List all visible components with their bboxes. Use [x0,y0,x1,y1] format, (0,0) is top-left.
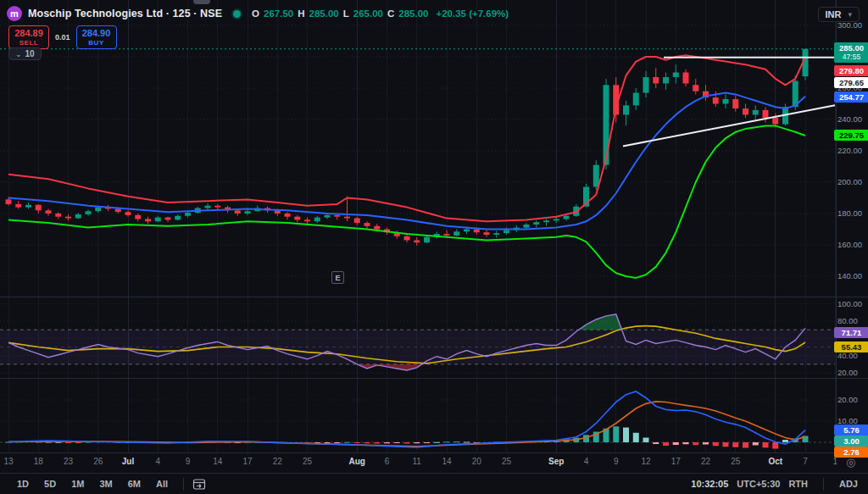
open-label: O [252,8,259,19]
timeline-label: Sep [543,457,569,466]
candle[interactable] [434,231,440,238]
candle[interactable] [294,215,300,222]
candle[interactable] [653,68,659,88]
candle[interactable] [753,105,759,119]
timeline-label: 12 [633,457,659,466]
axis-label: 20.00 [837,395,858,404]
candle[interactable] [55,212,61,219]
candle[interactable] [743,104,748,119]
chevron-down-icon: ▾ [848,10,852,19]
timeline-label: 4 [145,457,170,466]
candle[interactable] [65,214,71,220]
currency-dropdown[interactable]: INR ▾ [818,7,860,22]
adjust-toggle[interactable]: ADJ [839,479,858,489]
macd-histogram-bar [713,442,719,446]
candle[interactable] [145,217,151,224]
chart-canvas[interactable] [0,0,868,453]
legend-toggle-button[interactable]: ⌄ 10 [8,47,42,60]
buy-button[interactable]: 284.90 BUY [76,25,117,49]
candle[interactable] [723,94,729,108]
candle[interactable] [46,208,52,215]
candle[interactable] [493,230,499,237]
timeline-label: 22 [264,457,290,466]
candle[interactable] [453,230,459,236]
pane-collapse-handle[interactable] [193,0,210,4]
session-toggle[interactable]: RTH [788,479,808,489]
candle[interactable] [314,216,320,223]
candle[interactable] [543,219,549,225]
bb-basis-badge: 254.77 [834,92,868,103]
macd-histogram-bar [613,426,619,442]
chevron-down-icon: ⌄ [15,50,22,58]
trendline[interactable] [623,105,835,146]
candle[interactable] [663,73,669,90]
candle[interactable] [25,203,31,208]
macd-histogram-bar [404,442,410,444]
candle[interactable] [155,216,161,222]
candle[interactable] [354,217,360,225]
macd-histogram-bar [772,442,778,449]
candle[interactable] [86,209,92,215]
candle[interactable] [125,210,131,216]
candle[interactable] [15,201,21,208]
candle[interactable] [135,214,141,221]
candle[interactable] [214,204,220,209]
candle[interactable] [414,237,420,246]
candle[interactable] [643,71,649,97]
price-axis[interactable]: 300.00260.00240.00220.00200.00180.00160.… [837,0,868,453]
symbol-header: m Moschip Technologies Ltd · 125 · NSE O… [7,6,509,21]
candle[interactable] [623,101,629,126]
range-button-6m[interactable]: 6M [121,477,147,491]
axis-label: 80.00 [837,316,858,325]
candle[interactable] [364,221,370,228]
range-button-5d[interactable]: 5D [37,477,63,491]
sell-price: 284.89 [9,28,48,39]
candles-series[interactable] [6,49,809,246]
candle[interactable] [703,85,709,101]
candle[interactable] [732,96,738,112]
timeline-label: 17 [663,457,688,466]
market-status-icon[interactable] [233,10,241,18]
range-button-1d[interactable]: 1D [10,477,36,491]
candle[interactable] [693,79,698,95]
candle[interactable] [683,69,689,86]
candle[interactable] [165,217,171,222]
timeline-label: 17 [235,457,260,466]
timeline-label: Jul [115,457,141,466]
candle[interactable] [484,230,490,236]
range-button-1m[interactable]: 1M [64,477,91,491]
macd-histogram-bar [464,442,470,443]
candle[interactable] [404,234,410,242]
candle[interactable] [304,218,310,225]
macd-histogram-bar [663,442,669,446]
timeline-label: 14 [205,457,231,466]
candle[interactable] [175,214,181,220]
macd-histogram-bar [414,442,420,443]
sell-label: SELL [9,39,48,47]
time-axis[interactable]: ◎ 13182326Jul4914172225Aug611142025Sep49… [0,453,868,473]
candle[interactable] [673,64,679,83]
sell-button[interactable]: 284.89 SELL [8,25,49,49]
range-button-all[interactable]: All [149,477,175,491]
timeline-label: Oct [763,457,788,466]
symbol-title[interactable]: Moschip Technologies Ltd · 125 · NSE [28,8,222,19]
buy-price: 284.90 [77,28,116,39]
range-button-3m[interactable]: 3M [92,477,119,491]
clock-value[interactable]: 10:32:05 [691,479,728,489]
candle[interactable] [803,49,809,80]
candle[interactable] [633,88,639,110]
symbol-logo[interactable]: m [7,6,22,21]
chart-window: m Moschip Technologies Ltd · 125 · NSE O… [0,0,868,494]
candle[interactable] [205,203,211,210]
timeline-label: 25 [295,457,320,466]
earnings-marker[interactable]: E [331,271,344,284]
candle[interactable] [763,107,769,123]
candle[interactable] [533,220,539,227]
trendline-price-badge: 279.65 [834,77,868,88]
macd-histogram-bar [763,442,769,447]
timezone-value[interactable]: UTC+5:30 [737,479,780,489]
axis-label: 240.00 [837,114,862,124]
candle[interactable] [36,204,42,214]
candle[interactable] [75,213,81,219]
go-to-date-icon[interactable] [192,478,207,491]
